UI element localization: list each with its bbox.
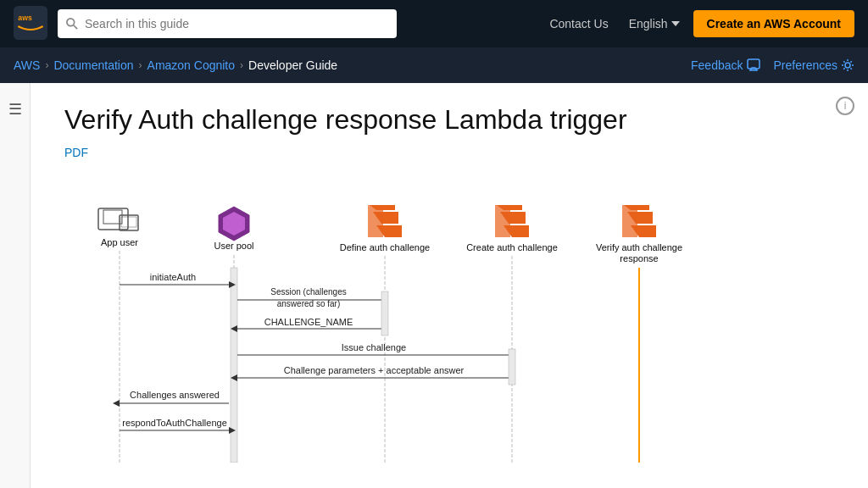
svg-text:Challenges answered: Challenges answered: [130, 390, 220, 400]
svg-text:App user: App user: [101, 237, 138, 247]
svg-text:Verify auth challenge: Verify auth challenge: [596, 242, 682, 252]
svg-marker-53: [113, 400, 120, 407]
svg-text:response: response: [620, 253, 658, 263]
top-navigation: aws Contact Us English Create an AWS Acc…: [0, 0, 868, 47]
svg-text:Define auth challenge: Define auth challenge: [340, 242, 430, 252]
contact-us-link[interactable]: Contact Us: [542, 14, 615, 34]
page-title: Verify Auth challenge response Lambda tr…: [64, 103, 834, 136]
nav-links: Contact Us English Create an AWS Account: [542, 10, 854, 37]
breadcrumb-nav: AWS › Documentation › Amazon Cognito › D…: [0, 47, 868, 83]
svg-rect-59: [509, 349, 515, 385]
svg-text:aws: aws: [18, 14, 32, 22]
breadcrumb-sep-1: ›: [45, 59, 48, 71]
svg-text:Session (challenges: Session (challenges: [270, 287, 347, 297]
svg-marker-31: [622, 205, 637, 237]
svg-text:Create auth challenge: Create auth challenge: [466, 242, 558, 252]
breadcrumb-current: Developer Guide: [248, 58, 337, 72]
svg-text:initiateAuth: initiateAuth: [150, 272, 196, 282]
breadcrumb-aws[interactable]: AWS: [14, 58, 40, 72]
breadcrumb-sep-2: ›: [139, 59, 142, 71]
search-icon: [66, 18, 78, 30]
svg-rect-0: [14, 6, 47, 40]
svg-rect-58: [381, 291, 388, 336]
sequence-diagram: App user User pool: [64, 200, 793, 463]
svg-text:CHALLENGE_NAME: CHALLENGE_NAME: [264, 317, 353, 327]
svg-point-5: [845, 63, 850, 68]
svg-rect-6: [98, 208, 128, 230]
svg-rect-35: [231, 268, 237, 463]
breadcrumb-documentation[interactable]: Documentation: [53, 58, 133, 72]
svg-text:answered so far): answered so far): [277, 299, 340, 308]
svg-line-3: [74, 25, 77, 29]
actor-create-auth: Create auth challenge: [466, 205, 558, 463]
feedback-button[interactable]: Feedback: [691, 58, 760, 72]
svg-point-2: [67, 19, 75, 26]
svg-text:User pool: User pool: [214, 241, 253, 251]
actor-verify-auth: Verify auth challenge response: [596, 205, 682, 463]
breadcrumb: AWS › Documentation › Amazon Cognito › D…: [14, 58, 337, 72]
preferences-button[interactable]: Preferences: [774, 58, 854, 72]
svg-marker-19: [368, 205, 383, 237]
chevron-down-icon: [671, 21, 680, 26]
hamburger-icon: ☰: [8, 100, 22, 119]
diagram-container: App user User pool: [64, 200, 834, 465]
search-bar[interactable]: [58, 9, 397, 38]
svg-rect-9: [121, 217, 136, 227]
info-icon[interactable]: i: [836, 97, 854, 115]
gear-icon: [841, 58, 854, 72]
svg-text:Issue challenge: Issue challenge: [342, 342, 406, 352]
feedback-icon: [747, 58, 760, 72]
create-account-button[interactable]: Create an AWS Account: [693, 10, 854, 37]
svg-text:respondToAuthChallenge: respondToAuthChallenge: [122, 418, 227, 428]
sidebar-toggle[interactable]: ☰: [0, 83, 31, 488]
pdf-link[interactable]: PDF: [64, 146, 88, 159]
language-selector[interactable]: English: [622, 14, 687, 34]
breadcrumb-sep-3: ›: [240, 59, 243, 71]
svg-marker-25: [495, 205, 510, 237]
svg-text:Challenge parameters + accepta: Challenge parameters + acceptable answer: [284, 365, 465, 375]
breadcrumb-cognito[interactable]: Amazon Cognito: [147, 58, 236, 72]
content-wrapper: ☰ i Verify Auth challenge response Lambd…: [0, 83, 868, 488]
main-content: i Verify Auth challenge response Lambda …: [31, 83, 868, 488]
aws-logo[interactable]: aws: [14, 6, 47, 42]
search-input[interactable]: [85, 17, 388, 30]
breadcrumb-right: Feedback Preferences: [691, 58, 854, 72]
